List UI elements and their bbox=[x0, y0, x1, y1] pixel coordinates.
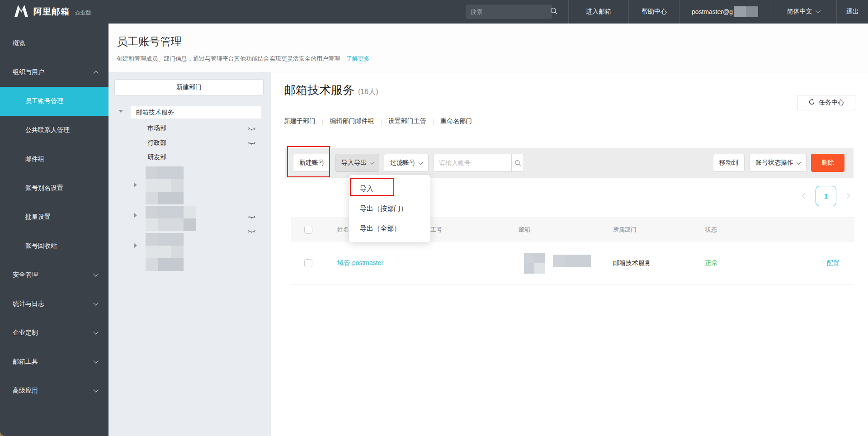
sidebar-item-public-contacts[interactable]: 公共联系人管理 bbox=[0, 116, 108, 145]
sidebar-group-security[interactable]: 安全管理 bbox=[0, 261, 108, 289]
select-all-checkbox[interactable] bbox=[304, 226, 312, 234]
redacted-department-mosaic bbox=[146, 206, 196, 231]
page-description: 创建和管理成员、部门信息，通过与管理平台其他功能结合实现更灵活安全的用户管理 了… bbox=[117, 55, 868, 63]
sidebar-item-batch-settings[interactable]: 批量设置 bbox=[0, 203, 108, 232]
rename-dept-link[interactable]: 重命名部门 bbox=[440, 117, 472, 125]
hidden-eye-icon bbox=[248, 228, 256, 233]
topbar: 阿里邮箱 企业版 进入邮箱 帮助中心 postmaster@g 简体中文 退出 bbox=[0, 0, 868, 24]
configure-link[interactable]: 配置 bbox=[827, 259, 840, 266]
refresh-icon bbox=[808, 99, 815, 107]
chevron-down-icon bbox=[93, 387, 98, 392]
status-ops-label: 账号状态操作 bbox=[755, 159, 793, 167]
logo-text: 阿里邮箱 bbox=[33, 6, 70, 18]
sidebar-item-alias-settings[interactable]: 账号别名设置 bbox=[0, 174, 108, 203]
dropdown-item-export-all[interactable]: 导出（全部） bbox=[349, 218, 430, 238]
hidden-eye-icon bbox=[248, 213, 256, 218]
enter-mailbox-menu-item[interactable]: 进入邮箱 bbox=[568, 0, 628, 24]
sidebar-item-label: 高级应用 bbox=[13, 387, 38, 395]
sidebar-group-advanced-apps[interactable]: 高级应用 bbox=[0, 376, 108, 405]
sidebar-item-label: 安全管理 bbox=[13, 271, 38, 279]
account-department-cell: 邮箱技术服务 bbox=[613, 259, 705, 267]
tree-department-admin[interactable]: 行政部 bbox=[147, 138, 166, 147]
page-header: 员工账号管理 创建和管理成员、部门信息，通过与管理平台其他功能结合实现更灵活安全… bbox=[108, 24, 868, 72]
help-center-menu-item[interactable]: 帮助中心 bbox=[628, 0, 679, 24]
logo: 阿里邮箱 企业版 bbox=[14, 4, 91, 19]
topbar-search-box[interactable] bbox=[466, 5, 552, 19]
task-center-button[interactable]: 任务中心 bbox=[797, 95, 855, 110]
next-page-icon[interactable] bbox=[844, 193, 850, 199]
account-status-ops-button[interactable]: 账号状态操作 bbox=[749, 154, 807, 172]
search-icon[interactable] bbox=[550, 7, 558, 17]
language-label: 简体中文 bbox=[787, 8, 812, 16]
tree-expand-caret-icon[interactable] bbox=[118, 110, 123, 113]
current-page-button[interactable]: 1 bbox=[816, 186, 836, 206]
account-redacted-mosaic bbox=[734, 6, 758, 17]
account-status-cell: 正常 bbox=[705, 259, 760, 267]
move-to-button[interactable]: 移动到 bbox=[713, 154, 745, 172]
account-name-link[interactable]: 域管-postmaster bbox=[337, 259, 430, 267]
chevron-down-icon bbox=[93, 271, 98, 276]
page-title: 员工账号管理 bbox=[117, 34, 868, 49]
filter-accounts-button[interactable]: 过滤账号 bbox=[384, 154, 429, 172]
column-header-email: 邮箱 bbox=[519, 226, 613, 234]
tree-collapsed-caret-icon[interactable] bbox=[134, 213, 137, 218]
chevron-down-icon bbox=[370, 160, 374, 165]
toolbar-right-actions: 移动到 账号状态操作 删除 bbox=[713, 154, 844, 172]
sidebar-item-label: 账号别名设置 bbox=[25, 184, 63, 192]
sidebar-item-label: 邮箱工具 bbox=[13, 358, 38, 366]
account-menu-item[interactable]: postmaster@g bbox=[679, 0, 770, 24]
chevron-up-icon bbox=[93, 71, 98, 76]
account-toolbar: 新建账号 导入导出 过滤账号 移动到 账号状态操作 bbox=[285, 148, 854, 178]
help-center-label: 帮助中心 bbox=[642, 8, 667, 16]
set-dept-manager-link[interactable]: 设置部门主管 bbox=[388, 117, 426, 125]
sidebar-group-stats-logs[interactable]: 统计与日志 bbox=[0, 289, 108, 318]
new-department-button[interactable]: 新建部门 bbox=[114, 79, 264, 95]
sidebar-group-org-users[interactable]: 组织与用户 bbox=[0, 58, 108, 87]
app-window: 阿里邮箱 企业版 进入邮箱 帮助中心 postmaster@g 简体中文 退出 … bbox=[0, 0, 868, 436]
row-checkbox[interactable] bbox=[304, 259, 312, 267]
sidebar-item-label: 员工账号管理 bbox=[25, 97, 63, 105]
redacted-cell-mosaic bbox=[524, 253, 545, 274]
import-export-label: 导入导出 bbox=[341, 159, 367, 167]
sidebar-item-mail-groups[interactable]: 邮件组 bbox=[0, 145, 108, 174]
sidebar-item-account-recycle[interactable]: 账号回收站 bbox=[0, 232, 108, 261]
account-search bbox=[433, 154, 524, 172]
sidebar-item-label: 邮件组 bbox=[25, 155, 44, 163]
sidebar-item-employee-accounts[interactable]: 员工账号管理 bbox=[0, 87, 108, 116]
department-title-text: 邮箱技术服务 bbox=[284, 83, 354, 97]
chevron-down-icon bbox=[419, 160, 423, 165]
column-header-department: 所属部门 bbox=[613, 226, 705, 234]
hidden-eye-icon bbox=[248, 125, 256, 130]
page-description-text: 创建和管理成员、部门信息，通过与管理平台其他功能结合实现更灵活安全的用户管理 bbox=[117, 55, 340, 62]
tree-root-department[interactable]: 邮箱技术服务 bbox=[131, 106, 261, 118]
column-header-status: 状态 bbox=[705, 226, 760, 234]
table-row: 域管-postmaster 邮箱技术服务 正常 配置 bbox=[291, 242, 854, 284]
logout-menu-item[interactable]: 退出 bbox=[836, 0, 868, 24]
sidebar-item-overview[interactable]: 概览 bbox=[0, 29, 108, 58]
sidebar-item-label: 公共联系人管理 bbox=[25, 126, 70, 134]
filter-label: 过滤账号 bbox=[390, 159, 415, 167]
account-label: postmaster@g bbox=[692, 8, 733, 15]
tree-collapsed-caret-icon[interactable] bbox=[134, 243, 137, 248]
column-header-employee-id: 工号 bbox=[430, 226, 519, 234]
dropdown-item-import[interactable]: 导入 bbox=[349, 179, 430, 199]
department-title: 邮箱技术服务(16人) bbox=[284, 82, 378, 98]
department-actions: 新建子部门 | 编辑部门邮件组 | 设置部门主管 | 重命名部门 bbox=[284, 117, 472, 125]
previous-page-icon[interactable] bbox=[802, 193, 808, 199]
account-search-button[interactable] bbox=[511, 154, 524, 172]
edit-dept-mailgroup-link[interactable]: 编辑部门邮件组 bbox=[330, 117, 374, 125]
learn-more-link[interactable]: 了解更多 bbox=[346, 55, 370, 62]
topbar-search-input[interactable] bbox=[471, 9, 550, 15]
tree-department-rnd[interactable]: 研发部 bbox=[147, 152, 166, 161]
new-account-button[interactable]: 新建账号 bbox=[293, 154, 331, 172]
tree-collapsed-caret-icon[interactable] bbox=[134, 183, 137, 187]
sidebar-group-mail-tools[interactable]: 邮箱工具 bbox=[0, 347, 108, 376]
import-export-button[interactable]: 导入导出 bbox=[335, 154, 379, 172]
dropdown-item-export-by-dept[interactable]: 导出（按部门） bbox=[349, 199, 430, 218]
new-subdepartment-link[interactable]: 新建子部门 bbox=[284, 117, 316, 125]
tree-department-market[interactable]: 市场部 bbox=[147, 123, 166, 133]
language-menu-item[interactable]: 简体中文 bbox=[770, 0, 836, 24]
account-search-input[interactable] bbox=[433, 154, 511, 172]
delete-button[interactable]: 删除 bbox=[811, 154, 844, 172]
sidebar-group-enterprise-custom[interactable]: 企业定制 bbox=[0, 318, 108, 347]
